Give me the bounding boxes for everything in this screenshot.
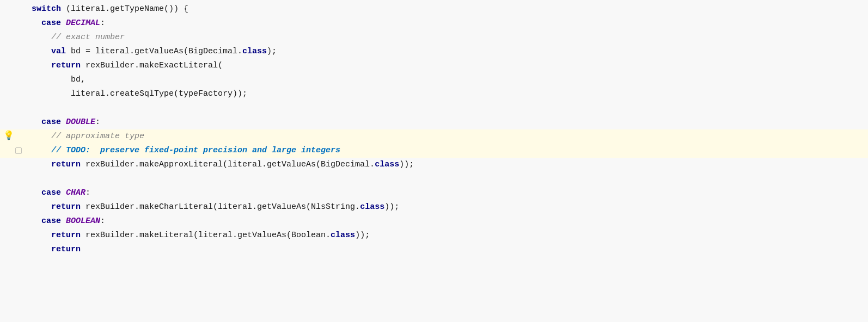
code-line: literal.createSqlType(typeFactory)); xyxy=(0,87,868,101)
code-content: // approximate type xyxy=(27,129,868,144)
code-line: bd, xyxy=(0,73,868,87)
code-content: return rexBuilder.makeLiteral(literal.ge… xyxy=(27,228,868,243)
code-text: : xyxy=(95,116,100,129)
code-text xyxy=(32,158,51,171)
code-text xyxy=(32,201,51,214)
code-text: rexBuilder.makeCharLiteral(literal.getVa… xyxy=(81,201,360,214)
keyword-class: class xyxy=(242,45,267,58)
line-gutter xyxy=(0,172,27,186)
squiggle-icon xyxy=(15,147,22,154)
keyword-return: return xyxy=(51,243,81,256)
code-content: case DOUBLE: xyxy=(27,115,868,129)
code-text: literal.createSqlType(typeFactory)); xyxy=(32,88,247,101)
code-content: // exact number xyxy=(27,30,868,45)
line-gutter xyxy=(0,16,27,30)
code-text: bd, xyxy=(32,73,85,86)
line-gutter xyxy=(0,45,27,59)
code-line: return xyxy=(0,243,868,257)
keyword-return: return xyxy=(51,158,81,171)
line-gutter xyxy=(0,200,27,214)
code-text: : xyxy=(85,187,90,200)
code-content xyxy=(27,172,868,186)
keyword-case: case xyxy=(41,17,66,30)
comment-approx: // approximate type xyxy=(51,130,144,143)
code-line: return rexBuilder.makeLiteral(literal.ge… xyxy=(0,228,868,243)
code-text xyxy=(32,45,51,58)
line-gutter xyxy=(0,59,27,73)
code-text xyxy=(32,116,41,129)
line-gutter xyxy=(0,243,27,257)
line-gutter xyxy=(0,87,27,101)
code-editor: switch (literal.getTypeName()) { case DE… xyxy=(0,0,868,322)
code-line: switch (literal.getTypeName()) { xyxy=(0,2,868,16)
code-text: )); xyxy=(399,158,414,171)
line-gutter: 💡 xyxy=(0,129,27,144)
line-gutter xyxy=(0,186,27,200)
code-line-empty xyxy=(0,172,868,186)
code-content: return xyxy=(27,243,868,257)
code-text: : xyxy=(100,215,105,228)
code-content: switch (literal.getTypeName()) { xyxy=(27,2,868,16)
code-line: val bd = literal.getValueAs(BigDecimal.c… xyxy=(0,45,868,59)
code-text: : xyxy=(100,17,105,30)
keyword-class: class xyxy=(360,201,384,214)
keyword-class: class xyxy=(331,229,355,242)
line-gutter xyxy=(0,2,27,16)
type-boolean: BOOLEAN xyxy=(66,215,100,228)
code-text: )); xyxy=(355,229,370,242)
keyword-case: case xyxy=(41,116,66,129)
code-line-highlighted-todo: // TODO: preserve fixed-point precision … xyxy=(0,144,868,158)
line-gutter xyxy=(0,101,27,115)
code-text: rexBuilder.makeExactLiteral( xyxy=(81,59,223,72)
code-content: // TODO: preserve fixed-point precision … xyxy=(27,144,868,158)
code-content: literal.createSqlType(typeFactory)); xyxy=(27,87,868,101)
code-content: return rexBuilder.makeApproxLiteral(lite… xyxy=(27,158,868,172)
code-line: return rexBuilder.makeExactLiteral( xyxy=(0,59,868,73)
keyword-switch: switch xyxy=(32,3,61,16)
keyword-return: return xyxy=(51,59,81,72)
code-line: return rexBuilder.makeApproxLiteral(lite… xyxy=(0,158,868,172)
code-line: case DOUBLE: xyxy=(0,115,868,129)
comment-todo: // TODO: preserve fixed-point precision … xyxy=(51,144,340,157)
code-text xyxy=(32,229,51,242)
line-gutter xyxy=(0,30,27,45)
code-line: // exact number xyxy=(0,30,868,45)
keyword-case: case xyxy=(41,215,66,228)
code-content: case DECIMAL: xyxy=(27,16,868,30)
keyword-return: return xyxy=(51,229,81,242)
type-char: CHAR xyxy=(66,187,85,200)
code-text: (literal.getTypeName()) { xyxy=(61,3,188,16)
comment-exact: // exact number xyxy=(51,31,125,44)
code-text xyxy=(32,144,51,157)
keyword-class: class xyxy=(375,158,399,171)
type-double: DOUBLE xyxy=(66,116,95,129)
code-text: rexBuilder.makeLiteral(literal.getValueA… xyxy=(81,229,331,242)
line-gutter xyxy=(0,73,27,87)
code-line-empty xyxy=(0,101,868,115)
code-line: case DECIMAL: xyxy=(0,16,868,30)
lightbulb-icon[interactable]: 💡 xyxy=(3,129,14,144)
code-text xyxy=(32,243,51,256)
type-decimal: DECIMAL xyxy=(66,17,100,30)
code-text xyxy=(32,59,51,72)
keyword-return: return xyxy=(51,201,81,214)
line-gutter xyxy=(0,228,27,243)
code-text xyxy=(32,31,51,44)
line-gutter xyxy=(0,115,27,129)
code-text: ); xyxy=(267,45,277,58)
keyword-case: case xyxy=(41,187,66,200)
line-gutter xyxy=(0,214,27,228)
code-text xyxy=(32,215,41,228)
code-content: val bd = literal.getValueAs(BigDecimal.c… xyxy=(27,45,868,59)
code-content: case CHAR: xyxy=(27,186,868,200)
code-text xyxy=(32,17,41,30)
keyword-val: val xyxy=(51,45,66,58)
code-line: return rexBuilder.makeCharLiteral(litera… xyxy=(0,200,868,214)
code-line: case CHAR: xyxy=(0,186,868,200)
code-text: bd = literal.getValueAs(BigDecimal. xyxy=(66,45,242,58)
code-text: )); xyxy=(384,201,399,214)
code-content: case BOOLEAN: xyxy=(27,214,868,228)
code-content: return rexBuilder.makeCharLiteral(litera… xyxy=(27,200,868,214)
code-content: bd, xyxy=(27,73,868,87)
line-gutter xyxy=(0,158,27,172)
